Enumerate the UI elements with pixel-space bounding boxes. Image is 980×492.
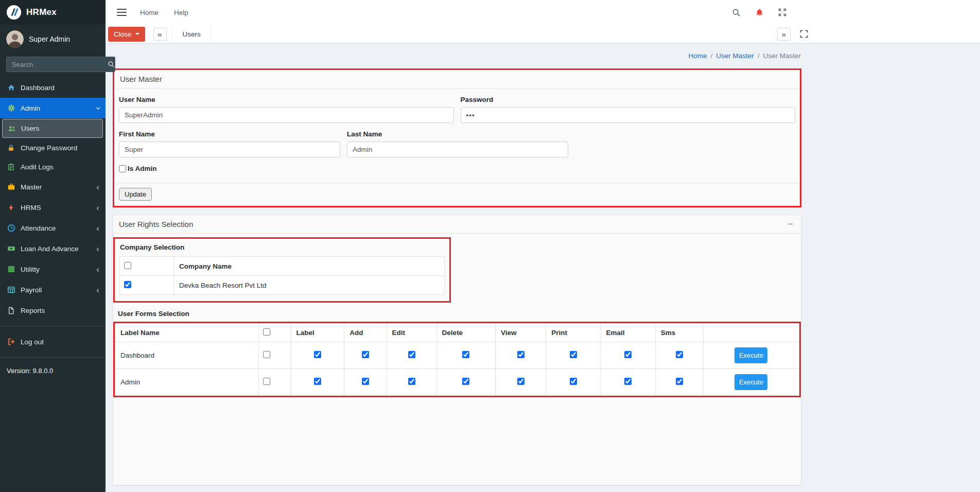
perm-edit-checkbox[interactable] bbox=[408, 351, 415, 358]
update-button[interactable]: Update bbox=[119, 188, 152, 201]
brand-bar[interactable]: HRMex bbox=[0, 0, 106, 25]
user-master-card: User Master User Name Password First Nam… bbox=[113, 68, 801, 207]
forms-header-print: Print bbox=[546, 324, 601, 342]
sidebar-search-button[interactable] bbox=[108, 57, 115, 72]
sidebar-item-hrms[interactable]: HRMS ‹ bbox=[0, 197, 106, 218]
user-master-card-header: User Master bbox=[114, 70, 800, 89]
apps-grid-icon[interactable] bbox=[801, 8, 810, 17]
logout-icon bbox=[7, 338, 15, 346]
sidebar-item-audit-logs[interactable]: Audit Logs bbox=[0, 157, 106, 177]
row-select-checkbox[interactable] bbox=[263, 378, 270, 385]
company-table-body: Devka Beach Resort Pvt Ltd bbox=[120, 276, 445, 295]
perm-label-checkbox[interactable] bbox=[314, 378, 321, 385]
tab-expand-icon[interactable] bbox=[799, 29, 809, 39]
forms-row-admin: AdminExecute bbox=[115, 369, 799, 396]
perm-print-checkbox[interactable] bbox=[570, 351, 577, 358]
forms-header-actions bbox=[703, 324, 799, 342]
perm-email-checkbox[interactable] bbox=[624, 378, 632, 385]
sidebar-item-log-out[interactable]: Log out bbox=[0, 331, 106, 352]
company-name-cell: Devka Beach Resort Pvt Ltd bbox=[174, 276, 445, 295]
hrmex-logo-icon bbox=[6, 5, 22, 20]
tabs-scroll-right-button[interactable]: » bbox=[777, 28, 791, 41]
execute-button[interactable]: Execute bbox=[734, 374, 767, 390]
sidebar-item-label: Admin bbox=[21, 104, 40, 112]
company-row: Devka Beach Resort Pvt Ltd bbox=[120, 276, 445, 295]
sidebar-item-label: Log out bbox=[21, 338, 44, 346]
perm-delete-checkbox[interactable] bbox=[462, 351, 469, 358]
forms-select-all-checkbox[interactable] bbox=[263, 328, 270, 336]
sidebar-divider bbox=[0, 357, 106, 358]
sidebar-item-reports[interactable]: Reports bbox=[0, 300, 106, 321]
page-content: Home/User Master/User Master User Master… bbox=[106, 44, 980, 492]
sidebar-item-attendance[interactable]: Attendance ‹ bbox=[0, 218, 106, 238]
last-name-input[interactable] bbox=[347, 142, 568, 157]
forms-header-email: Email bbox=[601, 324, 655, 342]
user-master-footer: Update bbox=[114, 183, 800, 206]
perm-edit-checkbox[interactable] bbox=[408, 378, 415, 385]
perm-view-checkbox[interactable] bbox=[517, 378, 524, 385]
audit-logs-icon bbox=[7, 163, 15, 171]
forms-header-label-name: Label Name bbox=[115, 324, 259, 342]
forms-header-label: Label bbox=[291, 324, 344, 342]
perm-email-checkbox[interactable] bbox=[624, 351, 632, 358]
perm-add-checkbox[interactable] bbox=[362, 351, 369, 358]
is-admin-label: Is Admin bbox=[128, 165, 157, 172]
perm-sms-checkbox[interactable] bbox=[676, 378, 683, 385]
perm-print-checkbox[interactable] bbox=[570, 378, 577, 385]
company-select-all-checkbox[interactable] bbox=[124, 262, 131, 269]
sidebar-toggle-icon[interactable] bbox=[117, 9, 127, 16]
is-admin-checkbox[interactable] bbox=[119, 165, 126, 172]
row-select-checkbox[interactable] bbox=[263, 351, 270, 358]
perm-label-checkbox[interactable] bbox=[314, 351, 321, 358]
chevron-left-icon: ‹ bbox=[96, 203, 99, 212]
topbar-link-help[interactable]: Help bbox=[174, 9, 188, 16]
breadcrumb-item[interactable]: Home bbox=[688, 52, 707, 60]
forms-header-edit: Edit bbox=[387, 324, 436, 342]
version-label: Version: 9.8.0.0 bbox=[0, 363, 106, 375]
perm-add-checkbox[interactable] bbox=[362, 378, 369, 385]
breadcrumb: Home/User Master/User Master bbox=[113, 52, 801, 60]
sidebar-item-loan-and-advance[interactable]: Loan And Advance ‹ bbox=[0, 238, 106, 259]
password-input[interactable] bbox=[461, 107, 796, 123]
close-button[interactable]: Close bbox=[108, 27, 145, 42]
sidebar-item-change-password[interactable]: Change Password bbox=[0, 138, 106, 157]
clock-icon bbox=[7, 224, 15, 233]
sidebar-item-master[interactable]: Master ‹ bbox=[0, 177, 106, 197]
lock-icon bbox=[7, 144, 15, 152]
cash-icon bbox=[7, 244, 15, 253]
company-selection-section: Company Selection Company Name Devka Be bbox=[113, 237, 451, 303]
forms-row-label: Dashboard bbox=[115, 342, 259, 369]
sidebar-item-label: Reports bbox=[21, 307, 45, 314]
company-name-header: Company Name bbox=[174, 257, 445, 276]
forms-row-label: Admin bbox=[115, 369, 259, 396]
collapse-icon[interactable]: − bbox=[786, 220, 795, 229]
sidebar-item-payroll[interactable]: Payroll ‹ bbox=[0, 279, 106, 300]
fullscreen-icon[interactable] bbox=[778, 8, 787, 17]
is-admin-field[interactable]: Is Admin bbox=[119, 165, 157, 172]
search-icon[interactable] bbox=[731, 8, 741, 17]
tabbar-right-controls: » bbox=[769, 28, 809, 41]
home-icon bbox=[7, 83, 15, 92]
tab-users[interactable]: Users bbox=[172, 25, 212, 43]
breadcrumb-item[interactable]: User Master bbox=[716, 52, 754, 60]
user-master-form: User Name Password First Name Last Name bbox=[114, 89, 800, 183]
last-name-label: Last Name bbox=[347, 130, 568, 138]
sidebar-item-users[interactable]: Users bbox=[2, 119, 103, 138]
sidebar-item-admin[interactable]: Admin ‹ bbox=[0, 98, 106, 118]
execute-button[interactable]: Execute bbox=[734, 347, 767, 363]
perm-view-checkbox[interactable] bbox=[517, 351, 524, 358]
briefcase-icon bbox=[7, 183, 15, 191]
perm-sms-checkbox[interactable] bbox=[676, 351, 683, 358]
sidebar-item-utilitty[interactable]: Utilitty ‹ bbox=[0, 259, 106, 279]
sidebar-item-dashboard[interactable]: Dashboard bbox=[0, 77, 106, 98]
perm-delete-checkbox[interactable] bbox=[462, 378, 469, 385]
bell-icon[interactable] bbox=[755, 8, 764, 17]
user-name-input[interactable] bbox=[119, 107, 454, 123]
tabs-scroll-left-button[interactable]: « bbox=[153, 28, 167, 41]
first-name-input[interactable] bbox=[119, 142, 340, 157]
sidebar-item-label: Users bbox=[21, 125, 39, 132]
company-row-checkbox[interactable] bbox=[124, 281, 131, 288]
topbar-link-home[interactable]: Home bbox=[140, 9, 159, 16]
chevron-left-icon: ‹ bbox=[96, 286, 99, 294]
sidebar-search-input[interactable] bbox=[6, 57, 108, 72]
